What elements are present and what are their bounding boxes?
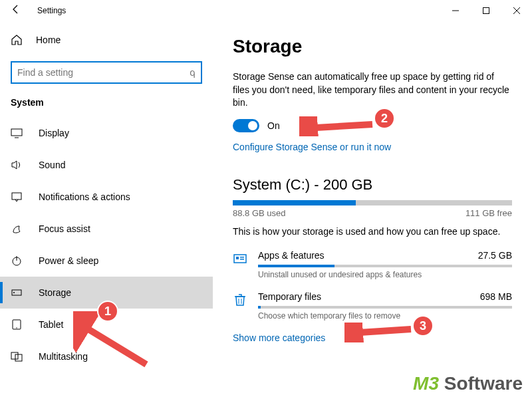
category-hint: Uninstall unused or undesired apps & fea… [258,270,512,279]
window-controls [440,0,532,21]
sidebar-item-label: Tablet [39,319,63,330]
svg-rect-13 [11,352,18,359]
titlebar: Settings [0,0,532,21]
category-bar [258,265,512,267]
callout-3: 3 [412,315,434,336]
sound-icon [11,159,23,171]
search-input[interactable] [17,67,190,78]
sidebar-item-label: Notifications & actions [39,192,130,202]
svg-rect-6 [12,193,21,199]
category-hint: Choose which temporary files to remove [258,311,512,321]
callout-2: 2 [374,108,395,129]
free-label: 111 GB free [466,208,512,218]
search-input-container[interactable]: ⍴ [11,61,202,84]
svg-rect-14 [15,354,22,361]
callout-1: 1 [97,301,118,322]
storage-sense-toggle-row: On [233,119,512,132]
sidebar-item-multitasking[interactable]: Multitasking [0,340,213,372]
drive-usage-fill [233,200,356,205]
sidebar: Home ⍴ System DisplaySoundNotifications … [0,21,213,397]
window-title: Settings [37,6,440,15]
svg-rect-18 [240,259,244,260]
category-apps-features[interactable]: Apps & features27.5 GBUninstall unused o… [233,250,512,279]
svg-rect-1 [483,8,489,14]
storage-explain: This is how your storage is used and how… [233,226,512,237]
drive-heading: System (C:) - 200 GB [233,176,512,194]
configure-link[interactable]: Configure Storage Sense or run it now [233,142,512,152]
minimize-button[interactable] [440,0,471,21]
svg-point-10 [13,292,15,293]
multitasking-icon [11,350,23,362]
sidebar-item-sound[interactable]: Sound [0,149,213,181]
sidebar-item-power-sleep[interactable]: Power & sleep [0,245,213,277]
tablet-icon [11,319,23,331]
svg-point-12 [16,327,17,328]
svg-rect-4 [11,129,22,136]
power-icon [11,255,23,267]
storage-sense-description: Storage Sense can automatically free up … [233,70,512,110]
sidebar-item-label: Power & sleep [39,255,98,266]
sidebar-item-display[interactable]: Display [0,117,213,149]
sidebar-section-label: System [0,93,213,117]
content: Storage Storage Sense can automatically … [213,21,532,397]
svg-rect-17 [240,257,244,258]
focus-icon [11,223,23,235]
category-name: Apps & features [258,250,325,261]
notifications-icon [11,191,23,203]
storage-icon [11,287,23,299]
category-temporary-files[interactable]: Temporary files698 MBChoose which tempor… [233,291,512,321]
search-icon: ⍴ [190,67,196,78]
category-bar [258,306,512,309]
apps-icon [233,251,247,266]
sidebar-item-label: Focus assist [39,223,90,234]
category-size: 698 MB [480,291,512,302]
maximize-button[interactable] [471,0,501,21]
sidebar-item-notifications-actions[interactable]: Notifications & actions [0,181,213,213]
sidebar-item-focus-assist[interactable]: Focus assist [0,213,213,245]
trash-icon [233,293,247,307]
home-icon [11,34,23,46]
show-more-link[interactable]: Show more categories [233,332,512,343]
used-label: 88.8 GB used [233,208,286,218]
category-size: 27.5 GB [478,250,512,261]
display-icon [11,127,23,139]
sidebar-item-label: Sound [39,160,65,170]
sidebar-item-label: Storage [39,287,71,298]
svg-rect-16 [236,257,239,259]
toggle-state-label: On [267,120,280,131]
drive-usage-bar [233,200,512,205]
storage-sense-toggle[interactable] [233,119,259,132]
home-button[interactable]: Home [0,27,213,53]
sidebar-item-label: Multitasking [39,351,88,362]
sidebar-item-label: Display [39,128,69,138]
page-title: Storage [233,36,512,57]
category-name: Temporary files [258,291,321,302]
home-label: Home [36,35,61,45]
close-button[interactable] [501,0,532,21]
back-button[interactable] [11,4,24,17]
